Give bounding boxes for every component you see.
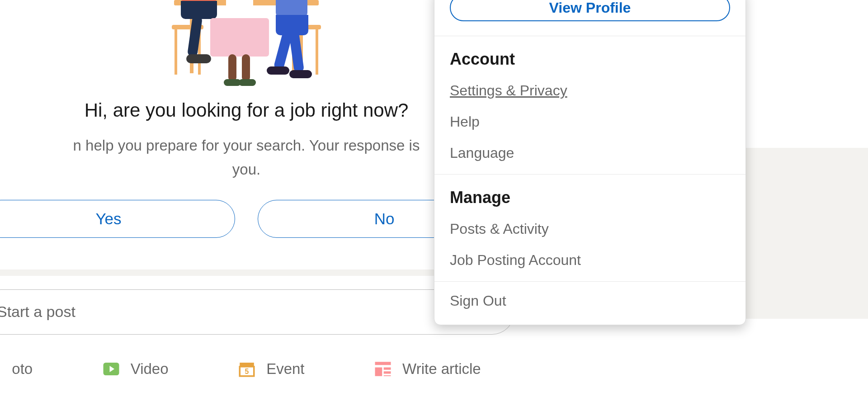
job-prompt-illustration [174, 0, 319, 75]
svg-rect-6 [375, 367, 382, 376]
menu-section-manage-title: Manage [434, 175, 745, 213]
svg-rect-7 [384, 367, 391, 369]
event-label: Event [266, 360, 304, 378]
menu-help[interactable]: Help [434, 106, 745, 137]
photo-label: oto [12, 360, 33, 378]
composer-media-row: oto Video 5 Event Write article [0, 359, 520, 388]
start-post-label: Start a post [0, 303, 75, 321]
menu-posts-activity[interactable]: Posts & Activity [434, 213, 745, 245]
view-profile-button[interactable]: View Profile [450, 0, 730, 21]
yes-button[interactable]: Yes [0, 200, 235, 238]
write-article-button[interactable]: Write article [373, 359, 481, 378]
video-button[interactable]: Video [102, 359, 169, 378]
article-icon [373, 359, 392, 378]
menu-sign-out[interactable]: Sign Out [434, 282, 745, 323]
video-play-icon [102, 359, 121, 378]
write-article-label: Write article [402, 360, 481, 378]
svg-rect-8 [384, 371, 391, 373]
svg-rect-5 [375, 362, 391, 365]
photo-button[interactable]: oto [12, 360, 33, 378]
job-prompt-sub-line2: you. [232, 161, 260, 178]
calendar-icon: 5 [237, 359, 256, 378]
job-prompt-sub-line1: n help you prepare for your search. Your… [73, 137, 420, 154]
svg-text:5: 5 [245, 367, 249, 375]
menu-settings-privacy[interactable]: Settings & Privacy [434, 75, 745, 106]
me-dropdown-menu: View Profile Account Settings & Privacy … [434, 0, 746, 325]
video-label: Video [131, 360, 169, 378]
menu-language[interactable]: Language [434, 137, 745, 174]
menu-job-posting-account[interactable]: Job Posting Account [434, 245, 745, 281]
event-button[interactable]: 5 Event [237, 359, 304, 378]
svg-rect-9 [384, 375, 391, 376]
menu-section-account-title: Account [434, 36, 745, 75]
